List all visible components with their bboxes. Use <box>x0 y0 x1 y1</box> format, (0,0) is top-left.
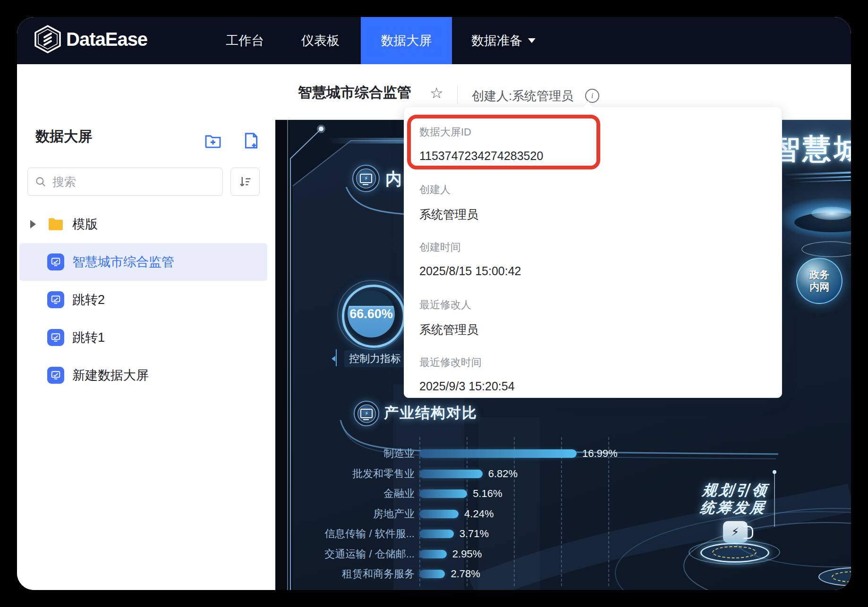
popover-field-value: 2025/8/15 15:00:42 <box>419 264 766 278</box>
bar-category-label: 制造业 <box>275 447 419 461</box>
bar-value-label: 2.95% <box>452 548 482 560</box>
popover-field: 创建时间 2025/8/15 15:00:42 <box>419 240 766 278</box>
new-screen-button[interactable] <box>242 131 261 150</box>
bar-category-label: 金融业 <box>275 487 419 501</box>
badge-line1: 政务 <box>809 269 829 281</box>
slogan-line2: 统筹发展 <box>699 499 767 516</box>
slogan-line1: 规划引领 <box>701 481 770 499</box>
section1-title-partial: 内 <box>385 168 402 190</box>
popover-field-value: 系统管理员 <box>419 207 766 220</box>
dashboard-big-title-partial: 智慧城 <box>772 130 851 169</box>
bar-category-label: 批发和零售业 <box>275 467 419 481</box>
popover-field-label: 创建人 <box>419 183 766 195</box>
bar-value-label: 2.78% <box>451 568 480 580</box>
popover-field-label: 最近修改时间 <box>419 355 766 368</box>
sidebar-panel: 数据大屏 <box>17 64 276 590</box>
monitor-bolt-icon: ⚡ <box>360 174 372 183</box>
bar <box>419 470 483 478</box>
bar-row: 批发和零售业 6.82% <box>275 464 851 484</box>
search-icon <box>34 176 47 188</box>
info-popover: 数据大屏ID 1153747234274283520 创建人 系统管理员 创建时… <box>404 107 782 398</box>
favorite-star-icon[interactable]: ☆ <box>430 84 443 102</box>
nav-item-dataprep-label: 数据准备 <box>471 32 522 49</box>
tree-row-label: 智慧城市综合监管 <box>72 253 174 270</box>
bar-row: 租赁和商务服务 2.78% <box>275 564 851 584</box>
tree-row-label: 跳转2 <box>72 291 105 308</box>
bar <box>419 449 577 458</box>
badge-line2: 内网 <box>809 281 829 293</box>
nav-item-workbench[interactable]: 工作台 <box>226 17 264 64</box>
nav-item-dataprep[interactable]: 数据准备 <box>471 17 536 64</box>
tree-row-label: 新建数据大屏 <box>72 367 149 384</box>
search-box[interactable] <box>27 168 223 196</box>
tree-row[interactable]: 跳转1 <box>17 319 275 356</box>
dataease-logo-icon <box>33 25 62 54</box>
tree-row-label: 跳转1 <box>72 329 105 346</box>
bar-category-label: 交通运输 / 仓储邮... <box>275 547 419 561</box>
bar-row: 制造业 16.99% <box>275 444 851 464</box>
screen-icon <box>47 367 64 384</box>
new-folder-button[interactable] <box>204 131 222 150</box>
gauge-value: 66.60% <box>337 280 405 348</box>
page-title: 智慧城市综合监管 <box>298 83 411 102</box>
search-input[interactable] <box>51 175 216 189</box>
creator-text: 创建人:系统管理员 <box>472 88 573 104</box>
bar-value-label: 3.71% <box>460 528 489 540</box>
screen-icon <box>47 253 64 270</box>
tree-row-label: 模版 <box>72 216 98 233</box>
popover-field: 最近修改人 系统管理员 <box>419 298 766 335</box>
bar-category-label: 信息传输 / 软件服... <box>275 527 419 541</box>
section1-icon: ⚡ <box>352 165 380 192</box>
gauge-label: 控制力指标 <box>344 350 406 367</box>
bar <box>419 570 445 578</box>
top-nav-bar: DataEase 工作台 仪表板 数据大屏 数据准备 <box>17 17 851 64</box>
bar <box>419 489 467 498</box>
bar-category-label: 租赁和商务服务 <box>275 567 419 581</box>
bar-value-label: 5.16% <box>473 488 502 500</box>
popover-field-label: 最近修改人 <box>419 298 766 310</box>
gauge-label-marker <box>336 349 337 366</box>
popover-field: 数据大屏ID 1153747234274283520 <box>419 125 766 162</box>
bar-value-label: 4.24% <box>464 508 494 520</box>
tree-row[interactable]: 模版 <box>17 205 275 243</box>
bar <box>419 510 459 518</box>
popover-field: 创建人 系统管理员 <box>419 183 766 220</box>
slogan-text: 规划引领 统筹发展 <box>699 481 769 516</box>
popover-field-label: 数据大屏ID <box>419 125 766 137</box>
caret-right-icon[interactable] <box>30 220 42 228</box>
popover-field-label: 创建时间 <box>419 240 766 253</box>
gov-intranet-badge: 政务 内网 <box>796 258 842 304</box>
screen-icon <box>47 329 64 346</box>
popover-field-value: 系统管理员 <box>419 322 766 335</box>
section2-icon: ⚡ <box>354 401 379 426</box>
popover-field: 最近修改时间 2025/9/3 15:20:54 <box>419 355 766 393</box>
bar <box>419 530 454 538</box>
popover-field-value: 2025/9/3 15:20:54 <box>419 379 766 393</box>
pedestal-ring-dashed <box>712 546 757 558</box>
tree-row[interactable]: 新建数据大屏 <box>17 356 275 394</box>
monitor-bolt-icon: ⚡ <box>360 409 373 418</box>
screen-icon <box>47 291 64 308</box>
header-divider <box>457 86 458 104</box>
app-window: DataEase 工作台 仪表板 数据大屏 数据准备 数据大屏 <box>17 17 851 590</box>
nav-item-dashboard[interactable]: 仪表板 <box>301 17 340 64</box>
bar-row: 信息传输 / 软件服... 3.71% <box>275 524 851 544</box>
tree-row[interactable]: 智慧城市综合监管 <box>17 243 275 281</box>
bar-category-label: 房地产业 <box>275 507 419 521</box>
saucer-core <box>811 207 851 220</box>
chevron-down-icon <box>528 38 536 43</box>
screen-tree: 模版 <box>17 205 275 394</box>
sidebar-title: 数据大屏 <box>35 127 92 146</box>
nav-item-datascreen-active[interactable]: 数据大屏 <box>361 17 452 64</box>
tree-row[interactable]: 跳转2 <box>17 281 275 319</box>
folder-icon <box>47 216 64 233</box>
sort-button[interactable] <box>230 168 260 196</box>
popover-fields: 数据大屏ID 1153747234274283520 创建人 系统管理员 创建时… <box>419 125 766 413</box>
bar <box>419 550 447 558</box>
popover-field-value: 1153747234274283520 <box>419 149 766 162</box>
info-icon[interactable]: i <box>585 89 599 103</box>
brand-logo[interactable]: DataEase <box>33 25 147 54</box>
bar-value-label: 16.99% <box>582 447 618 460</box>
brand-name: DataEase <box>66 29 147 50</box>
bar-value-label: 6.82% <box>488 468 518 480</box>
